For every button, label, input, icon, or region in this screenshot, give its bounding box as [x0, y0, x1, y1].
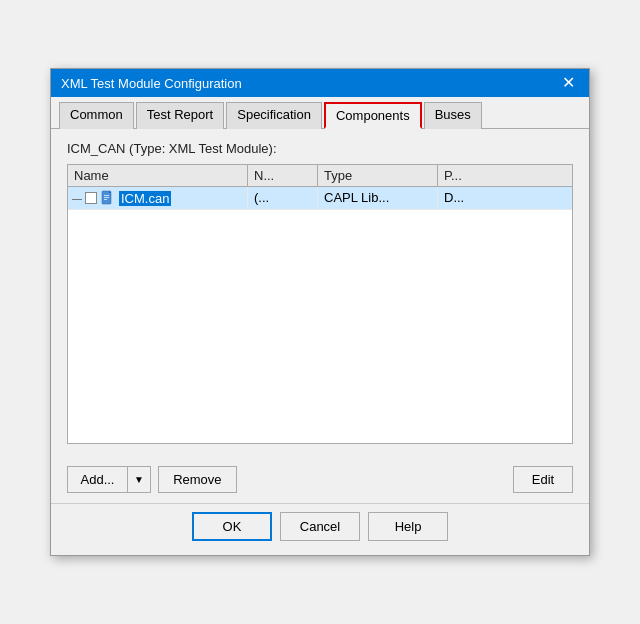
remove-button[interactable]: Remove: [158, 466, 236, 493]
col-p: P...: [438, 165, 508, 186]
table-row[interactable]: — ICM.can (... CAPL Lib...: [68, 187, 572, 210]
col-n: N...: [248, 165, 318, 186]
tab-components[interactable]: Components: [324, 102, 422, 129]
add-button-group: Add... ▼: [67, 466, 151, 493]
p-cell: D...: [438, 187, 508, 209]
file-name: ICM.can: [119, 191, 171, 206]
n-cell: (...: [248, 187, 318, 209]
svg-rect-2: [104, 195, 109, 196]
expand-icon: —: [72, 193, 82, 204]
dialog-title: XML Test Module Configuration: [61, 76, 242, 91]
edit-button[interactable]: Edit: [513, 466, 573, 493]
tab-specification[interactable]: Specification: [226, 102, 322, 129]
table-body: — ICM.can (... CAPL Lib...: [68, 187, 572, 210]
tab-bar: Common Test Report Specification Compone…: [51, 97, 589, 129]
dialog-footer: OK Cancel Help: [51, 503, 589, 555]
add-dropdown-arrow[interactable]: ▼: [128, 467, 150, 492]
svg-rect-4: [104, 199, 107, 200]
add-button[interactable]: Add...: [68, 467, 128, 492]
col-type: Type: [318, 165, 438, 186]
close-button[interactable]: ✕: [558, 75, 579, 91]
section-label: ICM_CAN (Type: XML Test Module):: [67, 141, 573, 156]
action-button-row: Add... ▼ Remove Edit: [51, 456, 589, 503]
tab-buses[interactable]: Buses: [424, 102, 482, 129]
svg-rect-3: [104, 197, 109, 198]
table-header: Name N... Type P...: [68, 165, 572, 187]
checkbox-icon[interactable]: [85, 192, 97, 204]
dialog-container: XML Test Module Configuration ✕ Common T…: [50, 68, 590, 556]
dialog-content: ICM_CAN (Type: XML Test Module): Name N.…: [51, 129, 589, 456]
col-name: Name: [68, 165, 248, 186]
help-button[interactable]: Help: [368, 512, 448, 541]
cancel-button[interactable]: Cancel: [280, 512, 360, 541]
components-table: Name N... Type P... —: [67, 164, 573, 444]
name-cell: — ICM.can: [68, 187, 248, 209]
tab-test-report[interactable]: Test Report: [136, 102, 224, 129]
tab-common[interactable]: Common: [59, 102, 134, 129]
title-bar: XML Test Module Configuration ✕: [51, 69, 589, 97]
file-icon: [100, 190, 116, 206]
ok-button[interactable]: OK: [192, 512, 272, 541]
type-cell: CAPL Lib...: [318, 187, 438, 209]
